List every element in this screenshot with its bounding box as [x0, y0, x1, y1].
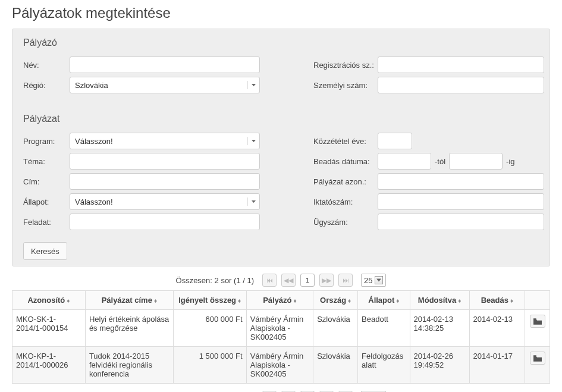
sort-icon: ♦	[458, 299, 461, 303]
registration-label: Regisztrációs sz.:	[313, 61, 378, 70]
region-value: Szlovákia	[75, 81, 108, 90]
sort-icon: ♦	[294, 299, 297, 303]
caseno-input[interactable]	[378, 214, 544, 230]
program-select[interactable]: Válasszon!	[70, 133, 260, 149]
open-row-button[interactable]	[530, 315, 545, 328]
region-select[interactable]: Szlovákia	[70, 77, 260, 93]
appid-input[interactable]	[378, 173, 544, 190]
cell-state: Feldolgozás alatt	[358, 347, 410, 384]
paginator-top: Összesen: 2 sor (1 / 1) ⏮ ◀◀ 1 ▶▶ ⏭ 25	[12, 274, 550, 287]
search-button[interactable]: Keresés	[23, 242, 67, 260]
name-input[interactable]	[70, 57, 260, 73]
chevron-down-icon	[247, 137, 256, 145]
open-row-button[interactable]	[530, 352, 545, 365]
cell-applicant: Vámbéry Ármin Alapiskola - SK002405	[246, 310, 313, 347]
region-label: Régió:	[23, 81, 70, 90]
next-page-button[interactable]: ▶▶	[319, 274, 334, 287]
chevron-down-icon	[247, 197, 256, 206]
cell-amount: 600 000 Ft	[173, 310, 246, 347]
col-submitted-header[interactable]: Beadás♦	[469, 291, 525, 310]
from-suffix: -tól	[435, 157, 445, 166]
cell-country: Szlovákia	[313, 310, 358, 347]
cell-id: MKO-KP-1-2014/1-000026	[12, 347, 86, 384]
folder-icon	[533, 355, 542, 362]
topic-label: Téma:	[23, 157, 70, 166]
cell-submitted: 2014-02-13	[469, 310, 525, 347]
col-title-header[interactable]: Pályázat címe♦	[85, 291, 173, 310]
sort-icon: ♦	[510, 299, 513, 303]
pubyear-input[interactable]	[378, 133, 412, 149]
cell-id: MKO-SK-1-2014/1-000154	[12, 310, 86, 347]
table-row: MKO-SK-1-2014/1-000154 Helyi értékeink á…	[12, 310, 550, 347]
to-suffix: -ig	[506, 157, 514, 166]
col-id-header[interactable]: Azonosító♦	[12, 291, 86, 310]
sort-icon: ♦	[396, 299, 399, 303]
name-label: Név:	[23, 61, 70, 70]
personal-label: Személyi szám:	[313, 81, 378, 90]
title-label: Cím:	[23, 177, 70, 186]
sort-icon: ♦	[348, 299, 351, 303]
title-input[interactable]	[70, 173, 260, 190]
table-row: MKO-KP-1-2014/1-000026 Tudok 2014-2015 f…	[12, 347, 550, 384]
appid-label: Pályázat azon.:	[313, 177, 378, 186]
cell-country: Szlovákia	[313, 347, 358, 384]
page-size-value: 25	[364, 276, 372, 285]
fileno-input[interactable]	[378, 193, 544, 210]
personal-input[interactable]	[378, 77, 544, 93]
prev-page-button[interactable]: ◀◀	[281, 274, 296, 287]
cell-modified: 2014-02-13 14:38:25	[410, 310, 469, 347]
cell-title: Helyi értékeink ápolása és megőrzése	[85, 310, 173, 347]
program-value: Válasszon!	[75, 137, 113, 146]
chevron-down-icon	[247, 81, 256, 89]
last-page-button[interactable]: ⏭	[338, 274, 353, 287]
topic-input[interactable]	[70, 153, 260, 170]
subdate-label: Beadás dátuma:	[313, 157, 378, 166]
col-country-header[interactable]: Ország♦	[313, 291, 358, 310]
col-actions-header	[525, 291, 550, 310]
cell-state: Beadott	[358, 310, 410, 347]
col-applicant-header[interactable]: Pályázó♦	[246, 291, 313, 310]
state-label: Állapot:	[23, 197, 70, 206]
cell-modified: 2014-02-26 19:49:52	[410, 347, 469, 384]
state-value: Válasszon!	[75, 197, 113, 206]
folder-icon	[533, 318, 542, 325]
task-label: Feladat:	[23, 218, 70, 227]
registration-input[interactable]	[378, 57, 544, 73]
task-input[interactable]	[70, 214, 260, 230]
col-modified-header[interactable]: Módosítva♦	[410, 291, 469, 310]
program-label: Program:	[23, 137, 70, 146]
cell-title: Tudok 2014-2015 felvidéki regionális kon…	[85, 347, 173, 384]
caseno-label: Ügyszám:	[313, 218, 378, 227]
application-section-title: Pályázat	[23, 114, 539, 124]
subdate-from-input[interactable]	[378, 153, 431, 170]
state-select[interactable]: Válasszon!	[70, 193, 260, 210]
page-size-select[interactable]: 25	[361, 274, 386, 287]
cell-submitted: 2014-01-17	[469, 347, 525, 384]
results-table: Azonosító♦ Pályázat címe♦ Igényelt össze…	[12, 290, 550, 384]
first-page-button[interactable]: ⏮	[262, 274, 277, 287]
page-number-button[interactable]: 1	[300, 274, 315, 287]
fileno-label: Iktatószám:	[313, 197, 378, 206]
subdate-to-input[interactable]	[449, 153, 503, 170]
pubyear-label: Közzététel éve:	[313, 137, 378, 146]
chevron-down-icon	[375, 276, 383, 284]
cell-amount: 1 500 000 Ft	[173, 347, 246, 384]
cell-applicant: Vámbéry Ármin Alapiskola - SK002405	[246, 347, 313, 384]
page-title: Pályázatok megtekintése	[12, 5, 550, 21]
sort-icon: ♦	[67, 299, 70, 303]
filter-panel: Pályázó Név: Régió: Szlovákia Regisztrác…	[12, 29, 550, 266]
sort-icon: ♦	[238, 299, 241, 303]
applicant-section-title: Pályázó	[23, 37, 539, 48]
pager-summary: Összesen: 2 sor (1 / 1)	[176, 276, 255, 285]
col-amount-header[interactable]: Igényelt összeg♦	[173, 291, 246, 310]
col-state-header[interactable]: Állapot♦	[358, 291, 410, 310]
sort-icon: ♦	[154, 299, 157, 303]
